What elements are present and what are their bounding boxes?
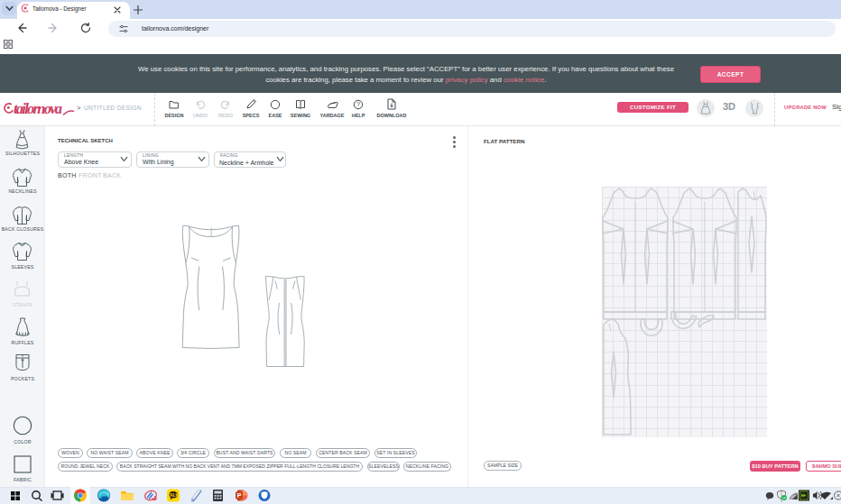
svg-text:tailornova: tailornova (14, 100, 62, 117)
svg-text:TALK: TALK (168, 493, 179, 498)
svg-text:P: P (237, 492, 242, 499)
svg-text:?: ? (356, 101, 360, 107)
